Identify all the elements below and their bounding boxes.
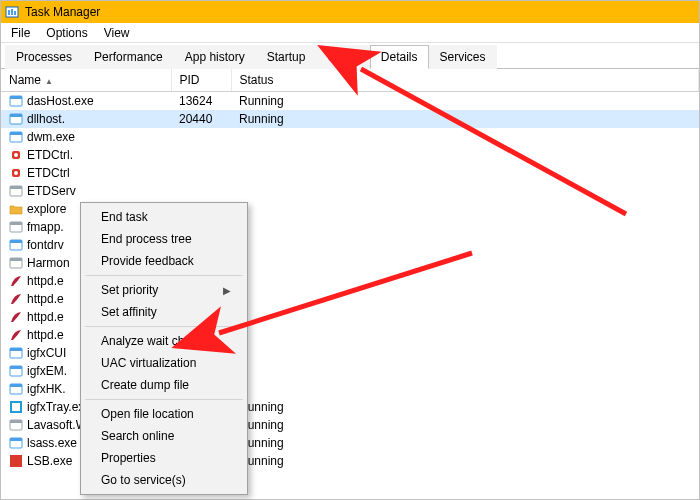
context-menu-item-uac-virtualization[interactable]: UAC virtualization <box>83 352 245 374</box>
col-pid-label: PID <box>180 73 200 87</box>
process-name: LSB.exe <box>27 454 72 468</box>
svg-rect-15 <box>10 186 22 189</box>
tab-processes[interactable]: Processes <box>5 45 83 69</box>
col-status-label: Status <box>240 73 274 87</box>
process-name: ETDCtrl. <box>27 148 73 162</box>
process-name: ETDCtrl <box>27 166 70 180</box>
process-icon <box>9 346 23 360</box>
process-name: dllhost. <box>27 112 65 126</box>
context-menu-label: End task <box>101 210 148 224</box>
tabstrip: ProcessesPerformanceApp historyStartupUs… <box>1 45 699 69</box>
svg-point-13 <box>14 171 18 175</box>
process-status: Running <box>231 452 699 470</box>
process-icon <box>9 418 23 432</box>
context-menu-label: Search online <box>101 429 174 443</box>
context-menu-label: Open file location <box>101 407 194 421</box>
process-status <box>231 182 699 200</box>
process-icon <box>9 364 23 378</box>
process-status <box>231 254 699 272</box>
context-menu-label: Provide feedback <box>101 254 194 268</box>
context-menu-separator <box>85 326 243 327</box>
process-status <box>231 380 699 398</box>
process-name: httpd.e <box>27 274 64 288</box>
svg-rect-2 <box>11 9 13 15</box>
process-status <box>231 164 699 182</box>
process-icon <box>9 436 23 450</box>
menubar: File Options View <box>1 23 699 43</box>
task-manager-window: Task Manager File Options View Processes… <box>0 0 700 500</box>
col-pid[interactable]: PID <box>171 69 231 92</box>
table-row[interactable]: ETDCtrl. <box>1 146 699 164</box>
svg-rect-19 <box>10 240 22 243</box>
process-icon <box>9 382 23 396</box>
context-menu-separator <box>85 399 243 400</box>
process-icon <box>9 310 23 324</box>
process-icon <box>9 238 23 252</box>
context-menu-item-set-priority[interactable]: Set priority▶ <box>83 279 245 301</box>
tab-startup[interactable]: Startup <box>256 45 317 69</box>
context-menu-item-search-online[interactable]: Search online <box>83 425 245 447</box>
svg-rect-27 <box>10 384 22 387</box>
context-menu-item-end-process-tree[interactable]: End process tree <box>83 228 245 250</box>
menu-options[interactable]: Options <box>40 24 97 42</box>
tab-app-history[interactable]: App history <box>174 45 256 69</box>
process-name: igfxEM. <box>27 364 67 378</box>
context-menu-item-end-task[interactable]: End task <box>83 206 245 228</box>
table-row[interactable]: dllhost.20440Running <box>1 110 699 128</box>
svg-rect-31 <box>10 420 22 423</box>
context-menu-item-provide-feedback[interactable]: Provide feedback <box>83 250 245 272</box>
context-menu-item-open-file-location[interactable]: Open file location <box>83 403 245 425</box>
context-menu-label: Set priority <box>101 283 158 297</box>
tab-performance[interactable]: Performance <box>83 45 174 69</box>
menu-view[interactable]: View <box>98 24 140 42</box>
process-name: fontdrv <box>27 238 64 252</box>
context-menu-label: UAC virtualization <box>101 356 196 370</box>
context-menu-item-set-affinity[interactable]: Set affinity <box>83 301 245 323</box>
tab-services[interactable]: Services <box>429 45 497 69</box>
process-icon <box>9 454 23 468</box>
table-row[interactable]: ETDCtrl <box>1 164 699 182</box>
col-status[interactable]: Status <box>231 69 699 92</box>
process-icon <box>9 274 23 288</box>
process-icon <box>9 202 23 216</box>
col-name[interactable]: Name▲ <box>1 69 171 92</box>
process-status <box>231 200 699 218</box>
table-row[interactable]: ETDServ <box>1 182 699 200</box>
process-pid: 13624 <box>171 92 231 111</box>
context-menu-label: Create dump file <box>101 378 189 392</box>
process-status <box>231 218 699 236</box>
tab-details[interactable]: Details <box>370 45 429 69</box>
context-menu-label: Go to service(s) <box>101 473 186 487</box>
svg-point-11 <box>14 153 18 157</box>
svg-rect-5 <box>10 96 22 99</box>
submenu-arrow-icon: ▶ <box>223 285 231 296</box>
process-status: Running <box>231 110 699 128</box>
process-name: igfxCUI <box>27 346 66 360</box>
svg-rect-21 <box>10 258 22 261</box>
table-row[interactable]: dwm.exe <box>1 128 699 146</box>
process-status: Running <box>231 416 699 434</box>
context-menu-item-go-to-service-s[interactable]: Go to service(s) <box>83 469 245 491</box>
context-menu-item-create-dump-file[interactable]: Create dump file <box>83 374 245 396</box>
table-row[interactable]: dasHost.exe13624Running <box>1 92 699 111</box>
process-name: ETDServ <box>27 184 76 198</box>
process-name: dasHost.exe <box>27 94 94 108</box>
context-menu-label: Analyze wait chain <box>101 334 200 348</box>
process-name: Harmon <box>27 256 70 270</box>
svg-rect-23 <box>10 348 22 351</box>
process-icon <box>9 112 23 126</box>
svg-rect-25 <box>10 366 22 369</box>
svg-rect-3 <box>14 11 16 15</box>
app-icon <box>5 5 19 19</box>
process-icon <box>9 184 23 198</box>
process-name: igfxHK. <box>27 382 66 396</box>
tab-users[interactable]: Users <box>316 45 369 69</box>
svg-rect-29 <box>12 403 20 411</box>
titlebar[interactable]: Task Manager <box>1 1 699 23</box>
col-name-label: Name <box>9 73 41 87</box>
menu-file[interactable]: File <box>5 24 40 42</box>
context-menu-item-analyze-wait-chain[interactable]: Analyze wait chain <box>83 330 245 352</box>
process-icon <box>9 328 23 342</box>
context-menu-item-properties[interactable]: Properties <box>83 447 245 469</box>
process-status <box>231 146 699 164</box>
